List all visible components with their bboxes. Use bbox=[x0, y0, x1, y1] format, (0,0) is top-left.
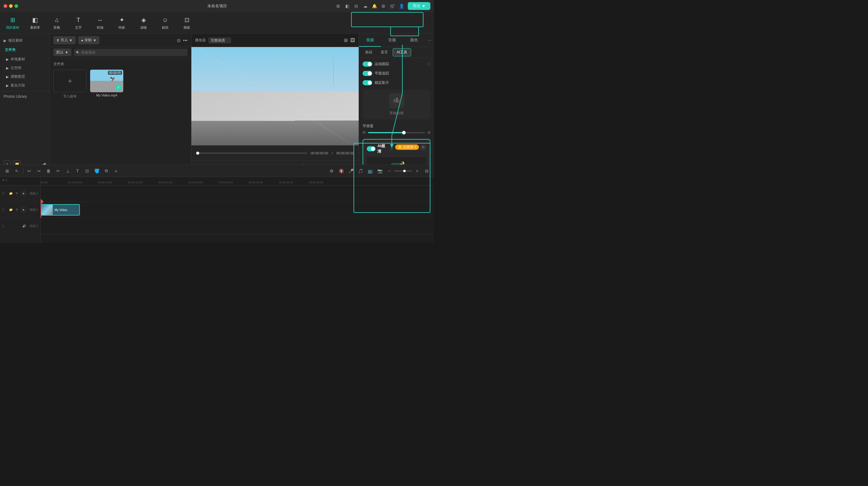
filter-icon[interactable]: ⊟ bbox=[177, 38, 181, 43]
sidebar-item-project-media[interactable]: ▶ 项目素材 bbox=[0, 36, 50, 45]
cloud-icon[interactable]: ☁ bbox=[363, 3, 368, 9]
sidebar-item-composite[interactable]: ▶ 复合片段 bbox=[0, 81, 50, 90]
tl-music-btn[interactable]: 🎵 bbox=[357, 167, 364, 175]
toolbar-audio[interactable]: ♫ 音频 bbox=[51, 16, 63, 30]
zoom-slider[interactable] bbox=[394, 170, 412, 172]
tl-text-btn[interactable]: T bbox=[74, 167, 81, 175]
tl-split-btn[interactable]: ⊥ bbox=[64, 167, 71, 175]
media-panel: ⬆ 导入 ▼ ● 录制 ▼ ⊟ ••• 默认 ▼ 🔍 bbox=[50, 34, 191, 173]
ai-info-icon[interactable]: ⓘ bbox=[390, 147, 393, 151]
tl-paint-btn[interactable]: 🪣 bbox=[93, 167, 100, 175]
track-play-1[interactable]: ▶ bbox=[21, 207, 27, 213]
toolbar-effects[interactable]: ✦ 特效 bbox=[116, 16, 128, 30]
stabilize-toggle[interactable] bbox=[363, 80, 372, 85]
import-media-btn[interactable]: + bbox=[53, 70, 87, 92]
tl-redo-btn[interactable]: ↪ bbox=[35, 167, 42, 175]
more-icon[interactable]: ••• bbox=[183, 38, 187, 43]
monitor-icon[interactable]: ◧ bbox=[344, 3, 350, 9]
sidebar-item-cloud[interactable]: ▶ 云空间 bbox=[0, 64, 50, 72]
maximize-button[interactable] bbox=[14, 4, 18, 8]
sidebar-item-photos[interactable]: Photos Library bbox=[0, 93, 50, 100]
tl-overlay-btn[interactable]: ⧉ bbox=[103, 167, 110, 175]
playhead[interactable] bbox=[41, 202, 41, 218]
video-clip[interactable]: My Video. bbox=[41, 204, 80, 216]
cart-icon[interactable]: 🛒 bbox=[390, 3, 395, 9]
more-tabs-btn[interactable]: ··· bbox=[425, 38, 434, 43]
tl-more-btn[interactable]: » bbox=[113, 167, 120, 175]
window-controls[interactable] bbox=[4, 4, 18, 8]
tl-mute-btn[interactable]: 🔇 bbox=[338, 167, 345, 175]
tl-delete-btn[interactable]: 🗑 bbox=[45, 167, 52, 175]
zoom-in-btn[interactable]: + bbox=[413, 167, 421, 175]
tl-undo-btn[interactable]: ↩ bbox=[26, 167, 33, 175]
toolbar-my-media[interactable]: ⊞ 我的素材 bbox=[6, 16, 19, 30]
track-folder-btn[interactable]: 📁 bbox=[8, 191, 13, 196]
grid-icon[interactable]: ⊞ bbox=[381, 3, 386, 9]
toolbar-transition[interactable]: ↔ 转场 bbox=[94, 16, 106, 30]
track-eye-btn[interactable]: 👁 bbox=[14, 191, 19, 196]
my-media-label: 我的素材 bbox=[6, 25, 19, 30]
tab-color-label: 颜色 bbox=[410, 37, 418, 43]
motion-track-toggle[interactable] bbox=[363, 61, 372, 67]
media-icon[interactable]: ⊞ bbox=[336, 3, 341, 9]
toolbar-text[interactable]: T 文字 bbox=[72, 16, 84, 30]
tl-select-btn[interactable]: ↖ bbox=[13, 167, 21, 175]
tl-settings-btn[interactable]: ⚙ bbox=[328, 167, 335, 175]
import-button[interactable]: ⬆ 导入 ▼ bbox=[53, 36, 76, 44]
close-button[interactable] bbox=[4, 4, 7, 8]
motion-track-info[interactable]: ⓘ bbox=[427, 62, 430, 66]
track-num-a1: 1 bbox=[2, 224, 4, 227]
tab-audio[interactable]: 音频 bbox=[381, 34, 403, 47]
slider-thumb[interactable] bbox=[402, 131, 406, 134]
track-icons-2: 📁 👁 bbox=[8, 191, 19, 196]
add-track-btn[interactable]: + bbox=[2, 178, 4, 182]
record-button[interactable]: ● 录制 ▼ bbox=[78, 36, 99, 44]
refresh-btn[interactable]: ↻ bbox=[420, 144, 426, 150]
image-icon[interactable]: 🖼 bbox=[350, 38, 355, 43]
toolbar-stickers[interactable]: ☺ 贴纸 bbox=[159, 16, 171, 30]
track-label-video1: 1 📁 👁 ▶ 视频 1 bbox=[0, 202, 40, 218]
sub-tab-basic[interactable]: 基础 bbox=[361, 49, 376, 56]
sidebar-folder-active[interactable]: 文件夹 bbox=[0, 45, 50, 55]
ai-toggle[interactable] bbox=[367, 146, 375, 151]
track-play-2[interactable]: ▶ bbox=[21, 191, 27, 196]
tl-crop-btn[interactable]: ⊡ bbox=[84, 167, 91, 175]
search-input[interactable] bbox=[74, 49, 187, 56]
export-button[interactable]: 导出 ▼ bbox=[408, 2, 430, 10]
grid-view-icon[interactable]: ⊞ bbox=[344, 37, 348, 43]
track-eye-btn-1[interactable]: 👁 bbox=[14, 207, 19, 212]
toolbar-templates[interactable]: ⊡ 模板 bbox=[181, 16, 193, 30]
smoothness-slider[interactable] bbox=[368, 132, 425, 133]
toolbar-filters[interactable]: ◈ 滤镜 bbox=[137, 16, 150, 30]
tl-layout-btn[interactable]: ⊟ bbox=[423, 167, 430, 175]
minimize-button[interactable] bbox=[9, 4, 13, 8]
track-vol-btn[interactable]: 🔊 bbox=[22, 224, 27, 229]
tl-cam-btn[interactable]: 📷 bbox=[376, 167, 383, 175]
progress-thumb[interactable] bbox=[196, 152, 199, 155]
video-thumb-item[interactable]: 🦅 00:00:05 ✓ My Video.mp4 bbox=[90, 70, 123, 99]
tl-cut-btn[interactable]: ✂ bbox=[55, 167, 62, 175]
tab-color[interactable]: 颜色 bbox=[403, 34, 425, 47]
track-folder-btn-1[interactable]: 📁 bbox=[8, 207, 13, 212]
tab-video[interactable]: 视频 bbox=[359, 34, 381, 47]
local-media-label: 本地素材 bbox=[10, 57, 25, 62]
tl-grid-btn[interactable]: ⊞ bbox=[4, 167, 11, 175]
progress-bar[interactable] bbox=[196, 153, 307, 154]
save-icon[interactable]: ⊟ bbox=[353, 3, 359, 9]
sub-tab-ai[interactable]: AI工具 bbox=[393, 48, 411, 56]
sidebar-item-local-media[interactable]: ▶ 本地素材 bbox=[0, 55, 50, 64]
plane-track-toggle[interactable] bbox=[363, 71, 372, 76]
bell-icon[interactable]: 🔔 bbox=[372, 3, 377, 9]
toolbar-media-lib[interactable]: ◧ 素材库 bbox=[29, 16, 41, 30]
tl-mic-btn[interactable]: 🎤 bbox=[347, 167, 354, 175]
import-media-item[interactable]: + 导入媒体 bbox=[53, 70, 87, 99]
zoom-out-btn[interactable]: − bbox=[386, 167, 393, 175]
sub-tab-mask[interactable]: 遮罩 bbox=[377, 49, 392, 56]
default-button[interactable]: 默认 ▼ bbox=[53, 49, 71, 56]
sidebar-item-adjust[interactable]: ▶ 调整图层 bbox=[0, 72, 50, 81]
tl-screen-btn[interactable]: 📺 bbox=[367, 167, 374, 175]
user-icon[interactable]: 👤 bbox=[399, 3, 404, 9]
analyze-button[interactable]: 开始分析 bbox=[390, 111, 404, 116]
quality-select[interactable]: 完整画质 bbox=[208, 37, 231, 43]
remove-track-btn[interactable]: − bbox=[5, 178, 7, 182]
